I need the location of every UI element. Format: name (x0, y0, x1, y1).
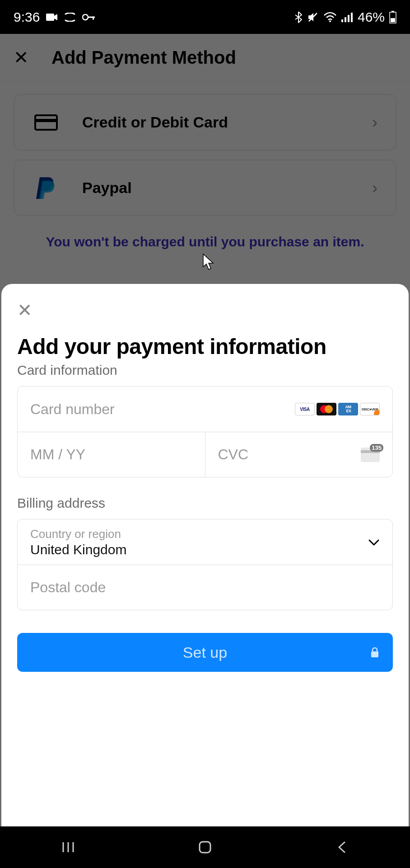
bluetooth-icon (294, 11, 303, 24)
amex-icon: AMEX (338, 403, 358, 415)
svg-rect-0 (46, 14, 54, 21)
svg-rect-3 (93, 16, 94, 19)
postal-input[interactable] (30, 579, 380, 596)
card-number-input[interactable] (30, 401, 295, 418)
cvc-card-icon: 135 (361, 448, 380, 462)
country-value: United Kingdom (30, 542, 368, 557)
mute-icon (307, 11, 319, 23)
signal-icon (341, 12, 353, 22)
key-icon (82, 14, 96, 21)
cvc-field[interactable]: 135 (205, 432, 393, 477)
svg-point-5 (329, 20, 331, 22)
cvc-input[interactable] (218, 446, 361, 463)
status-battery-percent: 46% (358, 9, 385, 25)
camera-icon (46, 13, 58, 22)
expiry-input[interactable] (30, 446, 192, 463)
back-button[interactable] (324, 836, 360, 859)
cast-icon (64, 13, 76, 22)
android-nav-bar (0, 826, 410, 868)
svg-rect-19 (200, 842, 210, 853)
svg-rect-6 (341, 19, 343, 22)
discover-icon: DISC●VER (360, 403, 380, 415)
visa-icon: VISA (295, 403, 315, 415)
svg-rect-9 (351, 13, 353, 22)
card-field-group: VISA AMEX DISC●VER 135 (17, 386, 393, 477)
billing-section-label: Billing address (17, 495, 393, 511)
billing-field-group: Country or region United Kingdom (17, 519, 393, 610)
card-section-label: Card information (17, 363, 393, 378)
card-brand-icons: VISA AMEX DISC●VER (295, 403, 380, 415)
svg-rect-12 (391, 18, 395, 22)
sheet-close-icon[interactable]: ✕ (17, 300, 33, 321)
svg-rect-15 (371, 651, 378, 657)
chevron-down-icon (368, 535, 380, 549)
expiry-field[interactable] (18, 432, 205, 477)
battery-icon (389, 11, 396, 24)
status-time: 9:36 (14, 9, 40, 25)
setup-button[interactable]: Set up (17, 633, 393, 672)
lock-icon (370, 644, 379, 661)
setup-button-label: Set up (183, 644, 227, 661)
svg-point-1 (83, 14, 88, 20)
payment-sheet: ✕ Add your payment information Card info… (1, 284, 409, 826)
status-bar: 9:36 46% (0, 0, 410, 34)
svg-rect-8 (348, 15, 349, 22)
cvc-badge: 135 (370, 444, 383, 452)
home-button[interactable] (187, 836, 223, 859)
wifi-icon (323, 12, 337, 23)
svg-rect-7 (345, 17, 346, 22)
card-number-field[interactable]: VISA AMEX DISC●VER (18, 387, 392, 432)
postal-field[interactable] (18, 565, 392, 610)
mastercard-icon (317, 403, 336, 415)
country-select[interactable]: Country or region United Kingdom (18, 519, 392, 565)
country-label: Country or region (30, 527, 368, 541)
recents-button[interactable] (50, 836, 86, 859)
sheet-title: Add your payment information (17, 334, 393, 359)
